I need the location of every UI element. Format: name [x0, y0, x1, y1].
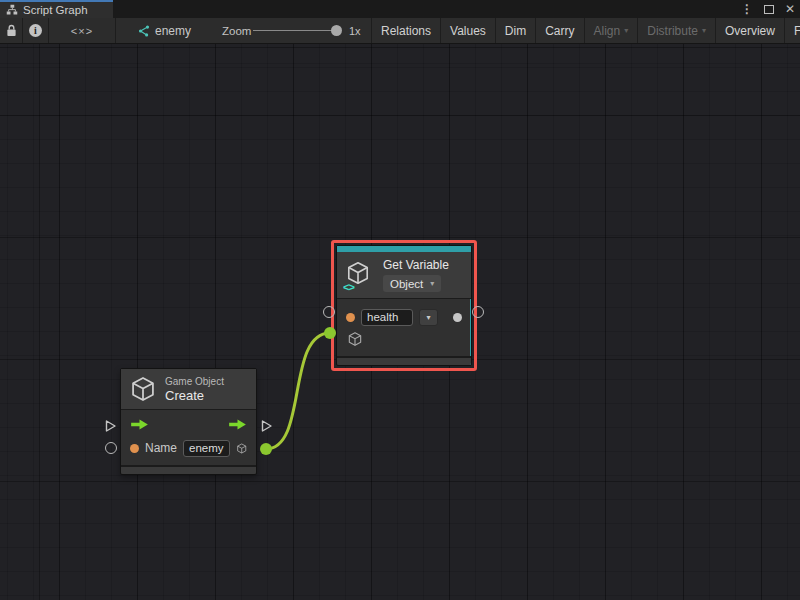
node-get-variable[interactable]: <> Get Variable Object ▾ health	[336, 245, 472, 366]
lock-icon	[6, 24, 17, 37]
title-bar: Script Graph ⋮ ✕	[0, 0, 800, 18]
create-node-header: Game Object Create	[121, 369, 256, 409]
values-button[interactable]: Values	[440, 18, 495, 43]
distribute-button[interactable]: Distribute ▾	[637, 18, 715, 43]
tab-script-graph[interactable]: Script Graph	[0, 0, 113, 18]
connection-start-dot[interactable]	[260, 443, 272, 455]
tab-title: Script Graph	[23, 4, 88, 16]
node-title: Get Variable	[383, 258, 449, 272]
chevron-down-icon: ▾	[430, 279, 434, 288]
variable-input-port-bubble[interactable]	[323, 306, 335, 318]
flow-output-port-triangle[interactable]	[259, 418, 274, 434]
chevron-down-icon: ▾	[624, 26, 628, 35]
chevron-down-icon: ▾	[426, 313, 430, 322]
flow-input-port-triangle[interactable]	[103, 418, 118, 434]
dim-button[interactable]: Dim	[495, 18, 535, 43]
name-port-bubble[interactable]	[105, 442, 117, 454]
code-icon: <×>	[71, 25, 93, 37]
window-menu-icon[interactable]: ⋮	[741, 3, 753, 15]
object-input-port[interactable]	[347, 331, 363, 347]
zoom-label: Zoom	[222, 18, 251, 43]
window-controls: ⋮ ✕	[741, 0, 795, 18]
lock-button[interactable]	[0, 18, 22, 43]
name-input[interactable]: enemy	[183, 440, 230, 457]
node-supertitle: Game Object	[165, 376, 224, 388]
graph-toolbar: i <×> enemy Zoom 1x Relations Values Dim…	[0, 18, 800, 44]
graph-breadcrumb-icon	[136, 18, 152, 43]
value-output-port[interactable]	[453, 313, 462, 322]
node-title: Create	[165, 388, 224, 403]
toolbar-buttons: Relations Values Dim Carry Align ▾ Distr…	[371, 18, 800, 43]
variable-brackets-icon: <>	[343, 281, 354, 293]
align-button[interactable]: Align ▾	[584, 18, 638, 43]
graph-canvas[interactable]: Game Object Create Name enemy	[0, 44, 800, 600]
node-create-gameobject[interactable]: Game Object Create Name enemy	[120, 368, 257, 475]
zoom-slider-track[interactable]	[253, 30, 341, 31]
script-graph-icon	[6, 4, 18, 16]
maximize-icon[interactable]	[764, 5, 774, 14]
flow-output-arrow-icon[interactable]	[228, 418, 247, 431]
info-icon: i	[29, 24, 42, 37]
connection-end-dot[interactable]	[324, 327, 336, 339]
variable-scope-dropdown[interactable]: Object ▾	[383, 275, 441, 292]
overview-button[interactable]: Overview	[715, 18, 784, 43]
relations-button[interactable]: Relations	[371, 18, 440, 43]
create-node-body: Name enemy	[121, 409, 256, 465]
fullscreen-button[interactable]: Full Screen	[784, 18, 800, 43]
graph-name: enemy	[155, 24, 191, 38]
selection-outline: <> Get Variable Object ▾ health	[331, 240, 477, 371]
variable-picker-dropdown[interactable]: ▾	[419, 309, 438, 326]
get-variable-header: <> Get Variable Object ▾	[337, 252, 471, 298]
code-view-button[interactable]: <×>	[49, 18, 115, 43]
flow-input-arrow-icon[interactable]	[130, 418, 149, 431]
breadcrumb[interactable]: enemy	[155, 18, 191, 43]
variable-name-input[interactable]: health	[361, 309, 413, 326]
get-variable-body: health ▾	[337, 298, 471, 356]
chevron-down-icon: ▾	[702, 26, 706, 35]
gameobject-cube-icon	[129, 375, 157, 403]
zoom-slider-handle[interactable]	[331, 25, 342, 36]
name-input-port[interactable]	[130, 444, 139, 453]
name-label: Name	[145, 441, 177, 455]
variable-name-port[interactable]	[346, 313, 355, 322]
carry-button[interactable]: Carry	[535, 18, 583, 43]
value-output-port-bubble[interactable]	[472, 306, 484, 318]
close-icon[interactable]: ✕	[785, 3, 795, 15]
zoom-value: 1x	[349, 18, 361, 43]
gameobject-output-port[interactable]	[236, 440, 247, 457]
create-node-footer	[121, 465, 256, 474]
get-variable-footer	[337, 356, 471, 365]
info-button[interactable]: i	[23, 18, 48, 43]
